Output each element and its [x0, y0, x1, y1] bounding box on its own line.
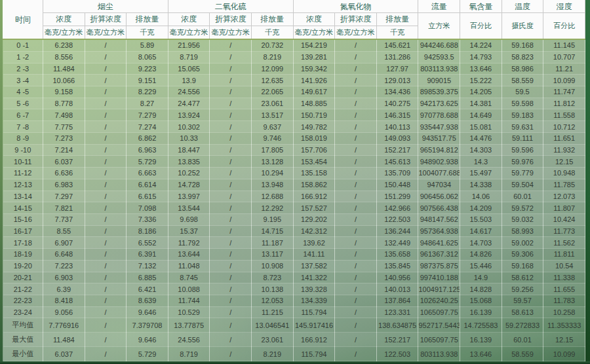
value-cell: 59.111: [502, 132, 543, 144]
value-cell: 970778.688: [418, 109, 460, 121]
row-label-cell: 3 -4: [3, 75, 43, 86]
value-cell: 10.294: [252, 168, 294, 179]
value-cell: 8.556: [43, 51, 85, 63]
value-cell: 906456.062: [418, 191, 460, 202]
value-cell: 8.418: [43, 295, 85, 306]
value-cell: 59.631: [502, 121, 543, 133]
value-cell: 59.504: [502, 179, 543, 191]
value-cell: 14.338: [460, 179, 502, 191]
value-cell: 5.89: [127, 39, 168, 51]
value-cell: 8.065: [127, 51, 168, 63]
value-cell: 140.113: [376, 121, 418, 133]
value-cell: /: [85, 272, 127, 283]
value-cell: /: [85, 213, 127, 225]
value-cell: 14.209: [460, 202, 502, 214]
column-header-humidity: 湿度: [543, 1, 585, 13]
value-cell: 142.966: [376, 202, 418, 214]
value-cell: 157.706: [293, 144, 335, 156]
value-cell: 9.151: [127, 75, 168, 86]
value-cell: 11.338: [543, 272, 585, 283]
value-cell: 14.224: [460, 39, 502, 51]
row-label-cell: 9 -10: [3, 144, 43, 156]
value-cell: 10.066: [43, 75, 85, 86]
row-label-cell: 5 -6: [3, 98, 43, 109]
column-header-temperature: 温度: [502, 1, 543, 13]
value-cell: /: [335, 306, 377, 318]
value-cell: 11.792: [168, 237, 210, 249]
value-cell: /: [210, 318, 252, 333]
value-cell: 21.956: [168, 39, 210, 51]
value-cell: 12.073: [543, 191, 585, 202]
value-cell: 59.168: [502, 260, 543, 272]
value-cell: /: [210, 202, 252, 214]
value-cell: 134.436: [376, 86, 418, 98]
value-cell: 12.292: [252, 202, 294, 214]
value-cell: 8.219: [252, 51, 294, 63]
value-cell: 8.719: [168, 347, 210, 361]
value-cell: /: [85, 156, 127, 168]
unit-oxygen: 百分比: [460, 13, 502, 40]
value-cell: 11.773: [543, 225, 585, 237]
row-label-cell: 2 -3: [3, 63, 43, 75]
value-cell: 14.9: [460, 272, 502, 283]
value-cell: 115.794: [293, 306, 335, 318]
unit-dust-converted: 毫克/立方米: [85, 26, 127, 40]
value-cell: 140.956: [376, 272, 418, 283]
value-cell: 24.556: [168, 333, 210, 347]
value-cell: 947034: [418, 179, 460, 191]
wallpaper-bottom-strip: [0, 361, 590, 364]
value-cell: 7.098: [127, 202, 168, 214]
value-cell: 14.06: [460, 191, 502, 202]
value-cell: 948902.938: [418, 156, 460, 168]
value-cell: 6.907: [43, 237, 85, 249]
value-cell: /: [335, 86, 377, 98]
value-cell: 7.223: [43, 260, 85, 272]
value-cell: 987375.875: [418, 260, 460, 272]
value-cell: /: [85, 86, 127, 98]
value-cell: /: [85, 295, 127, 306]
value-cell: 6.037: [43, 347, 85, 361]
row-label-cell: 14-15: [3, 202, 43, 214]
subheader-nox-converted: 折算浓度: [335, 13, 377, 26]
value-cell: 13.924: [168, 109, 210, 121]
value-cell: 7.297: [43, 191, 85, 202]
value-cell: 157.527: [293, 202, 335, 214]
value-cell: /: [210, 295, 252, 306]
value-cell: 9.698: [168, 213, 210, 225]
value-cell: /: [210, 39, 252, 51]
value-cell: 11.145: [543, 39, 585, 51]
value-cell: /: [85, 237, 127, 249]
value-cell: 8.778: [43, 98, 85, 109]
value-cell: 1065097.75: [418, 333, 460, 347]
value-cell: 13.117: [252, 249, 294, 261]
value-cell: 9.646: [127, 333, 168, 347]
value-cell: 8.55: [43, 225, 85, 237]
value-cell: 24.477: [168, 98, 210, 109]
table-row: 0 -16.238/5.8921.956/20.732154.219/145.6…: [3, 39, 585, 51]
value-cell: 803113.938: [418, 347, 460, 361]
value-cell: 12.099: [252, 63, 294, 75]
row-label-cell: 22-23: [3, 295, 43, 306]
row-label-cell: 最小值: [3, 347, 43, 361]
value-cell: /: [85, 51, 127, 63]
value-cell: 13.517: [252, 109, 294, 121]
value-cell: /: [335, 333, 377, 347]
value-cell: 14.703: [460, 237, 502, 249]
value-cell: 58.559: [502, 347, 543, 361]
value-cell: 58.559: [502, 75, 543, 86]
value-cell: /: [335, 295, 377, 306]
value-cell: 60.01: [502, 191, 543, 202]
value-cell: 6.39: [43, 283, 85, 295]
value-cell: /: [335, 51, 377, 63]
value-cell: 6.615: [127, 191, 168, 202]
value-cell: /: [335, 63, 377, 75]
value-cell: /: [210, 132, 252, 144]
value-cell: 11.812: [543, 98, 585, 109]
value-cell: 141.322: [293, 272, 335, 283]
value-cell: 11.785: [543, 179, 585, 191]
value-cell: 152.217: [376, 333, 418, 347]
value-cell: 803113.938: [418, 63, 460, 75]
value-cell: /: [85, 249, 127, 261]
value-cell: /: [210, 168, 252, 179]
value-cell: 10.252: [168, 168, 210, 179]
